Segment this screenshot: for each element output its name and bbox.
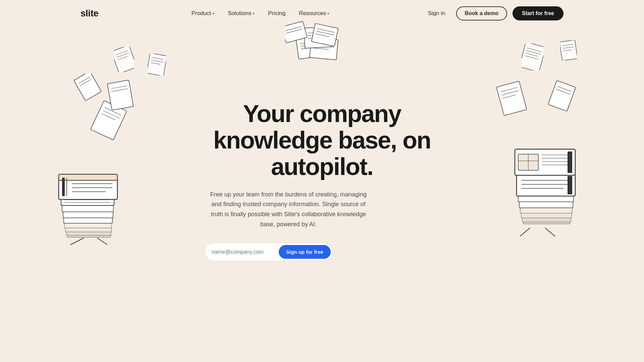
svg-line-26 [151, 63, 161, 64]
svg-rect-85 [496, 81, 527, 116]
nav-label-solutions: Solutions [228, 10, 251, 17]
nav-item-resources[interactable]: Resources ▾ [299, 10, 329, 17]
svg-line-11 [308, 38, 325, 39]
chevron-down-icon: ▾ [212, 11, 214, 16]
svg-line-13 [317, 28, 335, 32]
nav-links: Product ▾ Solutions ▾ Pricing Resources … [192, 10, 330, 17]
svg-line-20 [115, 50, 128, 55]
svg-rect-68 [520, 207, 572, 213]
paper-stack-left-illustration [54, 74, 141, 248]
float-paper-tl [114, 47, 134, 72]
svg-line-33 [562, 44, 573, 46]
svg-rect-40 [64, 217, 112, 223]
svg-line-21 [116, 53, 129, 58]
svg-rect-8 [304, 27, 332, 48]
svg-line-29 [526, 51, 541, 55]
nav-label-product: Product [192, 10, 211, 17]
svg-line-1 [300, 41, 320, 44]
svg-rect-47 [59, 174, 117, 180]
chevron-down-icon: ▾ [327, 11, 329, 16]
svg-rect-4 [310, 38, 338, 60]
svg-rect-84 [568, 152, 572, 173]
page-wrapper: slite Product ▾ Solutions ▾ Pricing [0, 0, 644, 362]
svg-rect-37 [66, 231, 111, 235]
nav-item-product[interactable]: Product ▾ [192, 10, 215, 17]
svg-line-93 [545, 228, 555, 236]
svg-rect-43 [61, 196, 114, 205]
book-demo-button[interactable]: Book a demo [456, 6, 507, 20]
svg-rect-19 [114, 47, 134, 72]
svg-rect-36 [67, 235, 111, 237]
svg-rect-89 [548, 80, 576, 111]
svg-line-9 [308, 32, 328, 33]
svg-line-55 [103, 111, 120, 118]
svg-rect-38 [65, 227, 111, 232]
svg-line-15 [316, 34, 330, 37]
hero-section: Your company knowledge base, on autopilo… [0, 27, 644, 261]
svg-line-87 [502, 90, 519, 95]
svg-line-88 [502, 95, 516, 99]
hero-content: Your company knowledge base, on autopilo… [205, 101, 439, 261]
hero-subtitle: Free up your team from the burdens of cr… [205, 190, 372, 230]
svg-rect-65 [523, 221, 570, 224]
svg-line-28 [527, 48, 541, 52]
signup-button[interactable]: Sign up for free [279, 245, 331, 259]
svg-line-59 [111, 89, 127, 92]
nav-label-resources: Resources [299, 10, 326, 17]
svg-rect-27 [522, 44, 543, 70]
navbar: slite Product ▾ Solutions ▾ Pricing [0, 0, 644, 27]
svg-line-6 [314, 45, 334, 47]
svg-line-7 [314, 48, 329, 49]
svg-rect-0 [296, 36, 326, 59]
svg-line-58 [111, 86, 127, 89]
svg-line-31 [525, 56, 538, 59]
svg-line-90 [557, 86, 571, 92]
svg-line-24 [152, 57, 164, 59]
paper-stack-right-illustration [496, 67, 590, 241]
float-paper-t2 [148, 54, 166, 75]
float-paper-tr2 [560, 40, 577, 60]
svg-rect-48 [62, 178, 65, 196]
svg-rect-60 [74, 74, 102, 101]
svg-line-17 [285, 26, 301, 31]
start-free-button[interactable]: Start for free [513, 6, 564, 20]
svg-rect-75 [568, 176, 572, 194]
svg-rect-39 [64, 223, 112, 228]
nav-item-pricing[interactable]: Pricing [268, 10, 285, 17]
svg-line-18 [286, 29, 302, 33]
svg-line-92 [520, 228, 530, 236]
hero-title: Your company knowledge base, on autopilo… [205, 101, 439, 180]
svg-line-56 [102, 114, 115, 120]
svg-line-62 [80, 79, 91, 86]
logo[interactable]: slite [80, 8, 99, 19]
svg-rect-23 [148, 54, 166, 75]
svg-line-3 [301, 47, 316, 49]
svg-line-86 [501, 87, 518, 92]
nav-item-solutions[interactable]: Solutions ▾ [228, 10, 255, 17]
svg-rect-69 [519, 201, 573, 208]
svg-line-25 [151, 60, 163, 62]
svg-rect-57 [107, 80, 133, 110]
svg-rect-49 [66, 178, 67, 196]
svg-rect-67 [521, 213, 572, 218]
svg-line-2 [301, 44, 320, 46]
svg-rect-12 [312, 23, 338, 46]
svg-line-54 [104, 108, 121, 115]
svg-line-30 [526, 53, 538, 57]
svg-line-14 [316, 31, 334, 35]
nav-label-pricing: Pricing [268, 10, 285, 17]
svg-line-34 [563, 47, 574, 48]
svg-line-61 [78, 77, 90, 83]
svg-line-63 [70, 238, 84, 245]
svg-rect-76 [515, 149, 575, 175]
svg-rect-41 [63, 211, 113, 218]
chevron-down-icon: ▾ [253, 11, 255, 16]
signin-button[interactable]: Sign in [423, 7, 451, 19]
svg-rect-66 [522, 217, 571, 222]
svg-rect-46 [59, 174, 117, 199]
email-input[interactable] [212, 249, 279, 255]
svg-line-35 [563, 50, 572, 51]
float-paper-tr [522, 44, 543, 70]
svg-line-22 [117, 56, 127, 60]
email-form: Sign up for free [205, 243, 332, 261]
